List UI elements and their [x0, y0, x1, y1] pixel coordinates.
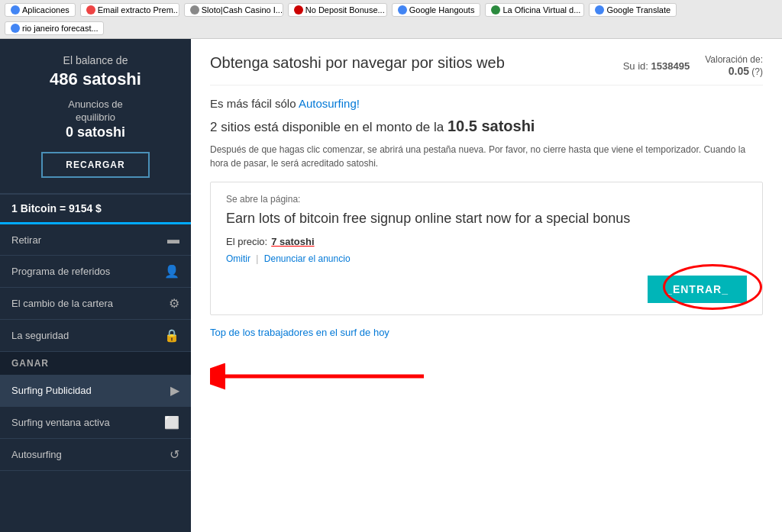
arrow-svg — [210, 353, 439, 399]
autosurfing-link[interactable]: Autosurfing! — [299, 97, 360, 110]
sidebar: El balance de 486 satoshi Anuncios de eq… — [0, 39, 191, 532]
omitir-link[interactable]: Omitir — [226, 253, 250, 264]
sidebar-item-label: El cambio de la cartera — [11, 298, 113, 309]
section-ganar-header: Ganar — [0, 352, 191, 375]
denunciar-link[interactable]: Denunciar el anuncio — [264, 253, 351, 264]
tab-oficina[interactable]: La Oficina Virtual d... — [485, 3, 584, 17]
sidebar-item-label: Retirar — [11, 234, 41, 246]
sidebar-item-seguridad[interactable]: La seguridad 🔒 — [0, 320, 191, 352]
sitios-line: 2 sitios está disponible en el monto de … — [210, 118, 763, 135]
ad-actions: _ENTRAR_ — [226, 276, 747, 303]
se-abre-label: Se abre la página: — [226, 194, 747, 205]
sidebar-item-retirar[interactable]: Retirar ▬ — [0, 224, 191, 256]
page-title: Obtenga satoshi por navegar por sitios w… — [210, 54, 505, 72]
anuncios-label: Anuncios de — [11, 98, 179, 110]
app-container: El balance de 486 satoshi Anuncios de eq… — [0, 39, 782, 532]
user-id-section: Su id: 1538495 Valoración de: 0.05 (?) — [623, 54, 763, 77]
valoracion: Valoración de: 0.05 (?) — [705, 54, 763, 77]
sidebar-item-label: Autosurfing — [11, 449, 62, 460]
omitir-line: Omitir | Denunciar el anuncio — [226, 253, 747, 264]
tab-hangouts[interactable]: Google Hangouts — [392, 3, 481, 17]
sidebar-item-autosurfing[interactable]: Autosurfing ↺ — [0, 439, 191, 471]
top-workers-link[interactable]: Top de los trabajadores en el surf de ho… — [210, 327, 763, 338]
ad-card: Se abre la página: Earn lots of bitcoin … — [210, 182, 763, 315]
tab-rio[interactable]: rio janeiro forecast... — [5, 21, 104, 35]
person-icon: 👤 — [164, 264, 179, 279]
autosurfing-line: Es más fácil sólo Autosurfing! — [210, 97, 763, 110]
refresh-icon: ↺ — [170, 447, 179, 462]
sidebar-item-label: Programa de referidos — [11, 266, 110, 277]
arrow-annotation — [210, 353, 763, 399]
credit-card-icon: ▬ — [167, 233, 179, 247]
sidebar-item-referidos[interactable]: Programa de referidos 👤 — [0, 256, 191, 288]
main-content: Obtenga satoshi por navegar por sitios w… — [191, 39, 782, 532]
sidebar-item-label: La seguridad — [11, 330, 69, 341]
page-header: Obtenga satoshi por navegar por sitios w… — [210, 54, 763, 85]
tab-nodeposit[interactable]: No Deposit Bonuse... — [288, 3, 387, 17]
balance-title: El balance de — [11, 54, 179, 66]
entrar-button[interactable]: _ENTRAR_ — [648, 276, 747, 303]
anuncios-amount: 0 satoshi — [11, 124, 179, 140]
lock-icon: 🔒 — [164, 328, 179, 343]
sidebar-item-surfing-ventana[interactable]: Surfing ventana activa ⬜ — [0, 407, 191, 439]
window-icon: ⬜ — [164, 415, 179, 430]
gear-icon: ⚙ — [169, 296, 179, 311]
precio-value: 7 satoshi — [271, 236, 314, 247]
balance-amount: 486 satoshi — [11, 69, 179, 89]
entrar-wrapper: _ENTRAR_ — [648, 276, 747, 303]
tab-email[interactable]: Email extracto Prem... — [80, 3, 179, 17]
bitcoin-price: 1 Bitcoin = 9154 $ — [0, 194, 191, 224]
tab-aplicaciones[interactable]: Aplicaciones — [5, 3, 76, 17]
precio-line: El precio: 7 satoshi — [226, 236, 747, 247]
anuncios-sub: equilibrio — [11, 111, 179, 123]
tab-sloto[interactable]: Sloto|Cash Casino I... — [184, 3, 283, 17]
sidebar-item-label: Surfing ventana activa — [11, 417, 110, 428]
sidebar-item-label: Surfing Publicidad — [11, 385, 92, 396]
sidebar-menu: Retirar ▬ Programa de referidos 👤 El cam… — [0, 224, 191, 532]
play-icon: ▶ — [170, 383, 179, 398]
browser-tabs-bar: Aplicaciones Email extracto Prem... Slot… — [0, 0, 782, 39]
ad-title: Earn lots of bitcoin free signup online … — [226, 211, 747, 227]
description-text: Después de que hagas clic comenzar, se a… — [210, 143, 763, 170]
sidebar-item-surfing-publicidad[interactable]: Surfing Publicidad ▶ — [0, 375, 191, 407]
user-id: Su id: 1538495 — [623, 60, 690, 72]
balance-section: El balance de 486 satoshi Anuncios de eq… — [0, 39, 191, 194]
tab-translate[interactable]: Google Translate — [589, 3, 677, 17]
recargar-button[interactable]: RECARGAR — [41, 152, 149, 178]
sidebar-item-cartera[interactable]: El cambio de la cartera ⚙ — [0, 288, 191, 320]
